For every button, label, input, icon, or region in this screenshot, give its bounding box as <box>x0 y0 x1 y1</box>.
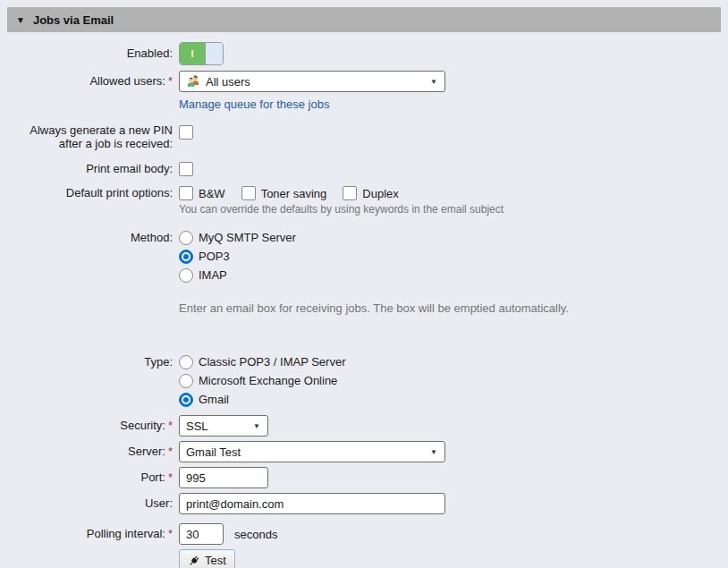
enabled-label: Enabled: <box>7 42 179 65</box>
security-value: SSL <box>186 420 248 433</box>
method-note: Enter an email box for receiving jobs. T… <box>179 301 721 315</box>
exchange-label: Microsoft Exchange Online <box>199 374 337 387</box>
type-option-classic[interactable]: Classic POP3 / IMAP Server <box>179 352 721 371</box>
type-radio-group: Classic POP3 / IMAP Server Microsoft Exc… <box>179 352 721 409</box>
toner-saving-checkbox[interactable] <box>241 186 256 200</box>
print-email-body-checkbox[interactable] <box>179 162 193 176</box>
type-label: Type: <box>7 352 179 409</box>
polling-interval-input[interactable] <box>179 523 224 545</box>
server-label-text: Server: <box>128 445 165 458</box>
allowed-users-label-text: Allowed users: <box>89 74 165 88</box>
method-label: Method: <box>7 228 179 284</box>
jobs-via-email-form: Enabled: I Allowed users:* <box>7 32 721 568</box>
row-method: Method: MyQ SMTP Server POP3 IMAP <box>7 228 721 284</box>
smtp-radio[interactable] <box>179 231 193 245</box>
row-pin: Always generate a new PIN after a job is… <box>7 123 721 150</box>
row-allowed-users: Allowed users:* All users ▼ <box>7 71 721 92</box>
method-option-pop3[interactable]: POP3 <box>179 247 721 266</box>
type-option-gmail[interactable]: Gmail <box>179 390 721 409</box>
server-value: Gmail Test <box>186 445 425 459</box>
plug-icon <box>188 555 200 567</box>
spacer <box>7 299 179 315</box>
required-asterisk: * <box>168 445 173 458</box>
imap-radio[interactable] <box>179 268 193 283</box>
row-test: Test <box>7 549 721 568</box>
security-select[interactable]: SSL ▼ <box>179 415 268 437</box>
default-print-options-label: Default print options: <box>7 186 179 216</box>
option-duplex[interactable]: Duplex <box>343 186 398 200</box>
security-label-text: Security: <box>120 419 165 432</box>
bw-label: B&W <box>199 187 225 200</box>
row-security: Security:* SSL ▼ <box>7 415 721 437</box>
gmail-label: Gmail <box>199 393 229 406</box>
panel-title: Jobs via Email <box>33 13 114 27</box>
allowed-users-value: All users <box>206 75 425 89</box>
print-options-group: B&W Toner saving Duplex <box>179 186 721 200</box>
duplex-checkbox[interactable] <box>343 186 357 200</box>
port-label-text: Port: <box>140 471 165 484</box>
user-label: User: <box>7 493 179 514</box>
polling-suffix: seconds <box>234 528 277 541</box>
security-label: Security:* <box>7 415 179 437</box>
method-radio-group: MyQ SMTP Server POP3 IMAP <box>179 228 721 284</box>
test-button[interactable]: Test <box>179 549 235 568</box>
enabled-toggle[interactable]: I <box>179 42 224 65</box>
smtp-label: MyQ SMTP Server <box>199 231 296 244</box>
chevron-down-icon: ▼ <box>430 78 437 86</box>
row-type: Type: Classic POP3 / IMAP Server Microso… <box>7 352 721 409</box>
spacer <box>7 97 179 111</box>
allowed-users-label: Allowed users:* <box>7 71 179 92</box>
row-user: User: <box>7 493 721 514</box>
pin-checkbox[interactable] <box>179 125 193 140</box>
method-option-imap[interactable]: IMAP <box>179 266 721 284</box>
test-button-label: Test <box>205 554 226 567</box>
imap-label: IMAP <box>199 268 227 282</box>
port-label: Port:* <box>7 467 179 488</box>
row-server: Server:* Gmail Test ▼ <box>7 441 721 462</box>
user-input[interactable] <box>179 493 445 514</box>
manage-queue-link[interactable]: Manage queue for these jobs <box>179 97 329 111</box>
spacer <box>7 549 179 568</box>
chevron-down-icon: ▼ <box>253 422 260 430</box>
bw-checkbox[interactable] <box>179 186 193 200</box>
pop3-radio[interactable] <box>179 250 193 264</box>
pin-label: Always generate a new PIN after a job is… <box>7 123 179 150</box>
row-default-print-options: Default print options: B&W Toner saving … <box>7 186 721 216</box>
print-email-body-label: Print email body: <box>7 162 179 176</box>
polling-label-text: Polling interval: <box>87 527 165 540</box>
allowed-users-select[interactable]: All users ▼ <box>179 71 445 92</box>
required-asterisk: * <box>168 471 173 484</box>
duplex-label: Duplex <box>362 187 398 200</box>
required-asterisk: * <box>168 527 173 540</box>
row-print-email-body: Print email body: <box>7 162 721 176</box>
print-options-note: You can override the defaults by using k… <box>179 203 721 216</box>
row-port: Port:* <box>7 467 721 488</box>
server-label: Server:* <box>7 441 179 462</box>
required-asterisk: * <box>168 74 173 88</box>
collapse-arrow-icon[interactable]: ▼ <box>16 15 25 25</box>
option-toner-saving[interactable]: Toner saving <box>241 186 327 200</box>
panel-header[interactable]: ▼ Jobs via Email <box>7 7 721 32</box>
pop3-label: POP3 <box>199 250 230 263</box>
chevron-down-icon: ▼ <box>430 448 437 456</box>
method-option-smtp[interactable]: MyQ SMTP Server <box>179 228 721 247</box>
option-bw[interactable]: B&W <box>179 186 225 200</box>
toggle-on-segment: I <box>180 43 206 64</box>
toggle-handle[interactable] <box>206 43 223 64</box>
users-group-icon <box>186 74 200 89</box>
row-enabled: Enabled: I <box>7 42 721 65</box>
gmail-radio[interactable] <box>179 393 193 407</box>
row-method-note: Enter an email box for receiving jobs. T… <box>7 299 721 315</box>
server-select[interactable]: Gmail Test ▼ <box>179 441 445 462</box>
required-asterisk: * <box>168 419 173 432</box>
type-option-exchange[interactable]: Microsoft Exchange Online <box>179 371 721 390</box>
jobs-via-email-panel: ▼ Jobs via Email Enabled: I Allowed user… <box>0 0 728 568</box>
classic-radio[interactable] <box>179 355 193 369</box>
port-input[interactable] <box>179 467 268 488</box>
exchange-radio[interactable] <box>179 374 193 388</box>
toner-saving-label: Toner saving <box>261 187 327 200</box>
row-manage-link: Manage queue for these jobs <box>7 97 721 111</box>
polling-interval-label: Polling interval:* <box>7 523 179 545</box>
row-polling-interval: Polling interval:* seconds <box>7 523 721 545</box>
classic-label: Classic POP3 / IMAP Server <box>199 355 345 369</box>
